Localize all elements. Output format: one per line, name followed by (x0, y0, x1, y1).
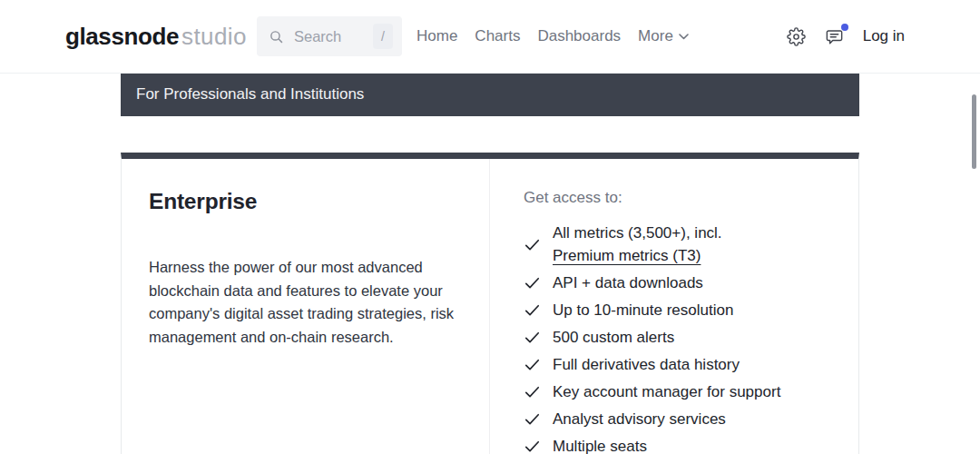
search-icon (269, 29, 284, 44)
header-actions: Log in (786, 0, 905, 73)
check-icon (524, 274, 541, 291)
nav-item-label: Dashboards (537, 27, 621, 45)
features-list: All metrics (3,500+), incl.Premium metri… (524, 222, 840, 454)
feature-label: Analyst advisory services (553, 410, 726, 428)
search-shortcut-badge: / (373, 24, 393, 49)
check-icon (524, 301, 541, 319)
feature-link[interactable]: Premium metrics (T3) (553, 244, 722, 267)
primary-nav: HomeChartsDashboardsMore (416, 0, 689, 73)
feature-label: API + data downloads (553, 274, 703, 291)
features-heading: Get access to: (524, 186, 840, 209)
nav-item-dashboards[interactable]: Dashboards (537, 27, 621, 45)
chevron-down-icon (679, 34, 689, 40)
logo[interactable]: glassnodestudio (65, 22, 247, 54)
check-icon (524, 383, 541, 400)
section-banner-label: For Professionals and Institutions (136, 85, 364, 104)
feature-item: Full derivatives data history (524, 353, 840, 376)
plan-description: Harness the power of our most advanced b… (149, 256, 459, 349)
feedback-button[interactable] (824, 25, 846, 47)
feature-item: All metrics (3,500+), incl.Premium metri… (524, 222, 840, 267)
feature-item: API + data downloads (524, 271, 840, 294)
feature-label: Key account manager for support (553, 383, 780, 400)
nav-item-charts[interactable]: Charts (475, 27, 520, 45)
plan-title: Enterprise (149, 189, 460, 214)
plan-summary-column: Enterprise Harness the power of our most… (122, 159, 490, 454)
nav-item-more[interactable]: More (638, 27, 689, 45)
top-nav-bar: glassnodestudio Search / HomeChartsDashb… (0, 0, 980, 74)
feature-item: Key account manager for support (524, 380, 840, 403)
feature-label: Full derivatives data history (553, 356, 740, 373)
logo-primary: glassnode (65, 23, 179, 50)
feature-label: Multiple seats (553, 438, 647, 454)
check-icon (524, 356, 541, 373)
feature-item: 500 custom alerts (524, 326, 840, 349)
plan-card: Enterprise Harness the power of our most… (121, 153, 859, 454)
logo-secondary: studio (181, 23, 247, 50)
nav-item-label: Home (416, 27, 457, 45)
notification-dot (841, 24, 848, 31)
feature-item: Up to 10-minute resolution (524, 299, 840, 321)
gear-icon (787, 27, 806, 46)
plan-features-column: Get access to: All metrics (3,500+), inc… (490, 159, 858, 454)
feature-label: 500 custom alerts (553, 329, 674, 346)
settings-button[interactable] (786, 25, 808, 47)
scrollbar-thumb[interactable] (972, 94, 976, 169)
nav-item-label: Charts (475, 27, 520, 45)
search-input[interactable]: Search / (257, 16, 402, 56)
feature-item: Analyst advisory services (524, 408, 840, 430)
nav-item-label: More (638, 27, 673, 45)
check-icon (524, 329, 541, 346)
check-icon (524, 236, 541, 253)
feature-label: All metrics (3,500+), incl. (553, 224, 722, 242)
check-icon (524, 410, 541, 428)
nav-item-home[interactable]: Home (416, 27, 457, 45)
feature-item: Multiple seats (524, 435, 840, 454)
check-icon (524, 438, 541, 454)
login-button[interactable]: Log in (863, 27, 905, 45)
feature-label: Up to 10-minute resolution (553, 301, 733, 319)
section-banner: For Professionals and Institutions (121, 73, 859, 116)
search-placeholder: Search (294, 28, 373, 45)
